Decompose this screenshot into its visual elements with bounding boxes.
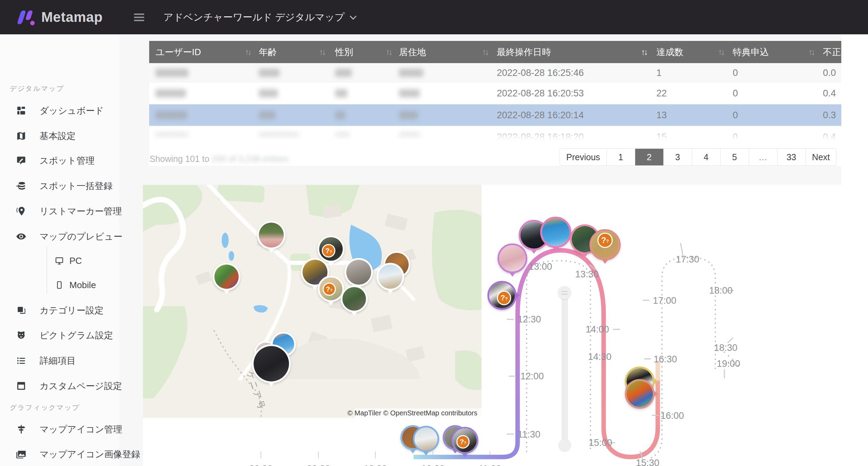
timeline-axis-label: 09:30 (307, 464, 330, 466)
sidebar-section-label: デジタルマップ (10, 84, 64, 93)
column-header[interactable]: 性別 (335, 41, 353, 63)
timeline-time-label: 11:30 (518, 429, 541, 440)
column-header[interactable]: 不正検知 (823, 41, 859, 63)
column-header[interactable]: 居住地 (399, 41, 426, 63)
image-icon (16, 449, 26, 459)
timeline-time-label: 13:00 (529, 261, 552, 272)
sidebar-item-mobile[interactable]: Mobile (0, 275, 120, 295)
sidebar-item-pictogram[interactable]: ピクトグラム設定 (0, 326, 120, 345)
cell-benefit: 0 (733, 110, 738, 121)
duck-time-marker[interactable]: ?? (589, 229, 621, 260)
sidebar-item-image[interactable]: マップアイコン画像登録 (0, 445, 120, 464)
column-header[interactable]: ユーザーID (155, 41, 201, 63)
poolshow-time-marker[interactable] (540, 217, 571, 248)
sort-arrows-icon[interactable]: ↑↓ (808, 41, 814, 63)
redacted-cell (399, 89, 420, 97)
sort-arrows-icon[interactable]: ↑↓ (319, 41, 325, 63)
lorikeet-time-marker[interactable] (625, 379, 655, 409)
column-header[interactable]: 年齢 (259, 41, 277, 63)
sidebar-item-monitor[interactable]: PC (0, 251, 120, 270)
sidebar-item-label: PC (69, 256, 82, 266)
poster-spot-marker[interactable] (376, 263, 404, 291)
custom-page-icon (16, 381, 26, 391)
pagination: Previous12345…33Next (560, 149, 836, 165)
sidebar-item-label: スポット管理 (40, 155, 94, 167)
time-slider-track[interactable] (562, 293, 568, 446)
scroll-gutter (841, 34, 868, 466)
pagination-page-5[interactable]: 5 (721, 149, 749, 165)
marker-photo (627, 381, 653, 407)
sidebar-item-custom-page[interactable]: カスタムページ設定 (0, 376, 120, 396)
sort-arrows-icon[interactable]: ↑↓ (482, 41, 488, 63)
cell-achieved: 22 (656, 88, 667, 99)
table-row[interactable]: 2022-08-28 16:20:532200.4 (149, 83, 841, 104)
sort-arrows-icon[interactable]: ↑↓ (718, 41, 724, 63)
monkey-spot-marker[interactable] (341, 285, 368, 312)
panda2-time-marker[interactable]: ?? (487, 281, 517, 310)
sidebar-item-label: スポット一括登録 (40, 180, 112, 192)
hamburger-menu-icon[interactable] (134, 12, 145, 22)
time-slider-knob[interactable] (559, 439, 571, 451)
sidebar-item-bulk-register[interactable]: スポット一括登録 (0, 176, 120, 196)
sort-arrows-icon[interactable]: ↑↓ (641, 41, 647, 63)
pagination-ellipsis[interactable]: … (749, 149, 777, 165)
panda-spot-marker[interactable]: ?? (317, 235, 344, 262)
panda-time-marker[interactable]: ?? (451, 427, 478, 454)
redacted-cell (335, 111, 346, 119)
time-slider-handle[interactable] (558, 286, 571, 299)
sidebar-item-dashboard[interactable]: ダッシュボード (0, 101, 120, 120)
timeline-time-label: 12:30 (518, 314, 541, 325)
map-attribution: © MapTiler © OpenStreetMap contributors (348, 409, 477, 417)
sidebar-item-detail-list[interactable]: 詳細項目 (0, 351, 120, 370)
metamap-logo[interactable]: Metamap (17, 0, 103, 34)
sidebar-item-list-marker[interactable]: リストマーカー管理 (0, 201, 120, 221)
users-table: ユーザーID↑↓年齢↑↓性別↑↓居住地↑↓最終操作日時↑↓達成数↑↓特典申込↑↓… (149, 41, 841, 166)
lorikeet-spot-marker[interactable] (213, 263, 240, 291)
duck-spot-marker[interactable]: ?? (318, 276, 344, 302)
dashboard-icon (16, 105, 26, 116)
pagination-page-1[interactable]: 1 (607, 149, 635, 165)
timeline-axis-label: 09:00 (249, 464, 273, 466)
booth-time-marker[interactable] (413, 426, 439, 452)
sort-arrows-icon[interactable]: ↑↓ (386, 41, 391, 63)
marker-photo (542, 218, 570, 246)
column-header[interactable]: 最終操作日時 (497, 41, 551, 63)
elephant-spot-marker[interactable] (344, 258, 373, 286)
table-row[interactable]: 2022-08-28 16:25:46100.0 (149, 63, 841, 83)
sidebar-item-spot-edit[interactable]: スポット管理 (0, 151, 120, 170)
pagination-page-4[interactable]: 4 (692, 149, 721, 165)
pagination-page-3[interactable]: 3 (664, 149, 692, 165)
sidebar-item-label: 基本設定 (40, 130, 76, 142)
column-header[interactable]: 特典申込 (733, 41, 769, 63)
cell-last_action: 2022-08-28 16:25:46 (497, 67, 584, 78)
sort-arrows-icon[interactable]: ↑↓ (245, 41, 250, 63)
column-header[interactable]: 達成数 (656, 41, 683, 63)
cell-benefit: 0 (733, 67, 738, 78)
timeline-time-label: 14:00 (586, 324, 609, 335)
sidebar-item-map[interactable]: 基本設定 (0, 126, 120, 146)
sidebar-item-category[interactable]: カテゴリー設定 (0, 301, 120, 320)
sidebar-item-label: Mobile (69, 280, 96, 291)
babypanda-time-marker[interactable] (497, 243, 527, 273)
map-selector[interactable]: アドベンチャーワールド デジタルマップ (163, 0, 356, 34)
sidebar-item-signpost[interactable]: マップアイコン管理 (0, 420, 120, 439)
pagination-page-33[interactable]: 33 (777, 149, 806, 165)
redacted-cell (155, 69, 188, 77)
pagination-next-button[interactable]: Next (806, 149, 836, 165)
redacted-cell (259, 69, 280, 77)
redacted-cell (399, 111, 418, 119)
flamingo-spot-marker[interactable] (257, 221, 286, 249)
timeline-time-label: 16:30 (654, 354, 677, 365)
detail-list-icon (16, 355, 26, 366)
pagination-previous-button[interactable]: Previous (560, 149, 606, 165)
park-map[interactable]: ケニア号 © MapTiler © OpenStreetMap contribu… (143, 185, 482, 418)
redacted-cell (259, 111, 275, 119)
pagination-page-2[interactable]: 2 (635, 149, 664, 165)
table-header-row: ユーザーID↑↓年齢↑↓性別↑↓居住地↑↓最終操作日時↑↓達成数↑↓特典申込↑↓… (149, 41, 841, 63)
sidebar-item-label: マップアイコン管理 (40, 423, 122, 435)
dark-spot-marker[interactable] (252, 344, 291, 383)
redacted-cell (399, 69, 423, 77)
stamp-question-badge: ?? (322, 244, 335, 258)
sidebar-item-eye[interactable]: マップのプレビュー (0, 227, 120, 246)
table-row[interactable]: 2022-08-28 16:20:141300.3 (149, 104, 841, 126)
